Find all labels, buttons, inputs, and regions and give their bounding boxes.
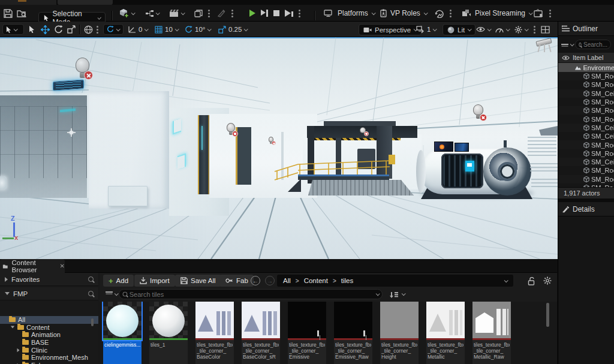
outliner-row[interactable]: SM_Roo (558, 149, 614, 158)
level-viewport[interactable]: Z x (0, 37, 558, 259)
outliner-row[interactable]: SM_Roo (558, 140, 614, 149)
cinematics-button[interactable] (169, 8, 184, 19)
folder-row[interactable]: Animation (0, 331, 98, 339)
outliner-row[interactable]: SM_Roo (558, 175, 614, 183)
chevron-down-icon[interactable] (504, 278, 508, 282)
world-coordinate-icon[interactable] (84, 24, 93, 35)
rotate-tool[interactable] (54, 24, 63, 35)
chevron-down-icon[interactable] (570, 42, 574, 46)
outliner-row[interactable]: SM_Roo (558, 106, 614, 115)
quad-view-icon[interactable] (541, 24, 550, 35)
add-button[interactable]: + Add (103, 275, 134, 287)
camera-mode-dropdown[interactable]: Perspective (359, 24, 422, 35)
light-sprite[interactable] (0, 176, 7, 189)
view-mode-dropdown[interactable]: Lit (443, 24, 475, 35)
folder-row[interactable]: All (0, 316, 98, 324)
outliner-search[interactable]: Search... (575, 40, 611, 49)
editor-tab[interactable] (0, 0, 56, 5)
outliner-row[interactable]: SM_Ceil (558, 158, 614, 166)
spotlight-sprite[interactable] (528, 38, 554, 54)
breadcrumb-item[interactable]: Content (304, 277, 328, 284)
fmp-section[interactable]: FMP (0, 287, 98, 300)
asset-card[interactable]: tiles_1 (149, 302, 188, 364)
asset-card[interactable]: tiles_texture_fbx_tile_corner_Metallic (426, 302, 465, 364)
back-button[interactable]: ← (251, 276, 260, 285)
pixel-streaming-dropdown[interactable]: Pixel Streaming (462, 8, 532, 19)
breadcrumb-item[interactable]: tiles (341, 277, 353, 284)
point-light-sprite[interactable] (76, 58, 89, 78)
folder-row[interactable]: Environment_Mesh (0, 354, 98, 362)
outliner-header[interactable]: Outliner (558, 22, 614, 36)
outliner-row[interactable]: SM_Roo (558, 98, 614, 106)
fab-button[interactable]: Fab (219, 275, 254, 287)
point-light-sprite[interactable] (473, 104, 483, 119)
folder-row[interactable]: Clinic (0, 346, 98, 354)
kebab-menu-icon[interactable] (549, 8, 551, 19)
lock-icon[interactable] (528, 277, 535, 285)
transform-mode-dropdown[interactable] (2, 24, 24, 35)
camera-speed-dropdown[interactable] (495, 24, 509, 35)
content-browser-tab[interactable]: Content Browser ✕ (0, 259, 65, 273)
play-button[interactable] (249, 10, 255, 17)
recompile-icon[interactable] (434, 8, 444, 19)
forward-button[interactable]: → (265, 276, 275, 285)
play-to-button[interactable] (285, 10, 293, 17)
scale-snap-dropdown[interactable]: 0.25 (218, 24, 247, 35)
outliner-row[interactable]: SM_Roo (558, 72, 614, 80)
outliner-row[interactable]: SM_Ceil (558, 124, 614, 132)
asset-grid-scrollbar[interactable] (546, 303, 549, 327)
outliner-row[interactable]: SM_Roo (558, 166, 614, 175)
blueprints-button[interactable] (145, 8, 159, 19)
import-button[interactable]: Import (134, 275, 175, 287)
search-icon[interactable] (88, 276, 94, 282)
kebab-menu-icon[interactable] (97, 24, 98, 35)
filter-icon[interactable] (561, 44, 568, 45)
asset-card[interactable]: tiles_texture_fbx_tile_corner_Metallic_R… (472, 302, 511, 364)
chevron-down-icon[interactable] (115, 291, 119, 296)
outliner-row[interactable]: SM_Roo (558, 80, 614, 89)
show-flags-dropdown[interactable] (476, 24, 490, 35)
expand-arrow-icon[interactable] (17, 348, 20, 351)
surface-snapping-dropdown[interactable] (103, 24, 124, 35)
frame-skip-button[interactable] (261, 10, 268, 17)
asset-search-input[interactable] (130, 290, 375, 299)
outliner-row[interactable]: SM_Ceili (558, 89, 614, 98)
vp-roles-dropdown[interactable]: VP Roles (380, 8, 427, 19)
rotation-snap-dropdown[interactable]: 10° (185, 24, 210, 35)
save-all-button[interactable]: Save All (175, 275, 221, 287)
asset-search-box[interactable] (119, 289, 383, 299)
move-tool[interactable] (41, 24, 50, 35)
kebab-menu-icon[interactable] (534, 24, 535, 35)
platforms-dropdown[interactable]: Platforms (324, 8, 375, 19)
settings-gear-icon[interactable] (543, 276, 552, 285)
favorites-section[interactable]: Favorites (0, 273, 98, 286)
save-icon[interactable] (4, 8, 13, 19)
breadcrumb-item[interactable]: All (283, 277, 291, 284)
asset-card[interactable]: tiles_texture_fbx_tile_corner_Emissive_R… (334, 302, 372, 364)
point-light-sprite[interactable] (227, 123, 235, 135)
outliner-column-header[interactable]: Item Label (558, 53, 614, 63)
scale-tool[interactable] (67, 24, 76, 35)
outliner-row[interactable]: SM_Roo (558, 115, 614, 123)
search-icon[interactable] (88, 291, 94, 296)
outliner-row-selected[interactable]: Environme (558, 63, 614, 72)
close-icon[interactable]: ✕ (60, 263, 65, 269)
asset-card[interactable]: tiles_texture_fbx_tile_corner_Height (380, 302, 419, 364)
add-actor-button[interactable] (119, 8, 134, 19)
asset-card[interactable]: tiles_texture_fbx_tile_corner_BaseColor_… (242, 302, 280, 364)
asset-card[interactable]: tiles_texture_fbx_tile_corner_BaseColor (195, 302, 234, 364)
kebab-menu-icon[interactable] (231, 8, 233, 19)
outliner-row[interactable]: SM_Ceil (558, 132, 614, 140)
play-options-icon[interactable] (299, 10, 300, 11)
paint-mode-icon[interactable] (217, 8, 226, 19)
viewport-settings-dropdown[interactable] (514, 24, 528, 35)
filter-icon[interactable] (106, 291, 113, 293)
actor-snap-dropdown[interactable]: 0 (128, 24, 148, 35)
details-header[interactable]: Details (558, 202, 614, 216)
chevron-down-icon[interactable] (402, 291, 406, 296)
media-capture-icon[interactable] (534, 8, 544, 19)
sidebar-scrollbar[interactable] (91, 318, 94, 326)
point-light-sprite[interactable] (269, 137, 273, 144)
kebab-menu-icon[interactable] (450, 8, 452, 19)
folder-row[interactable]: Content (0, 324, 98, 332)
